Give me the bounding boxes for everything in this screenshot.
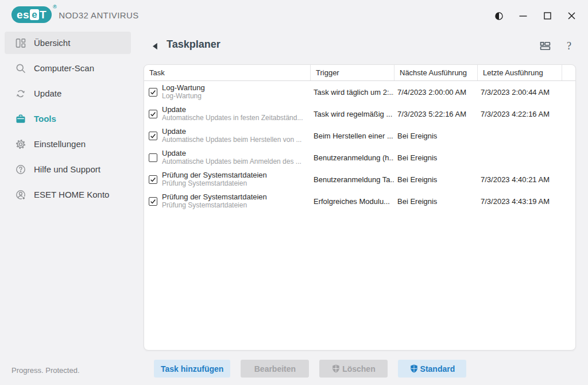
help-icon[interactable]: ? (563, 40, 575, 52)
task-description: Automatische Updates beim Herstellen von… (162, 136, 301, 144)
task-table-card: Task Trigger Nächste Ausführung Letzte A… (144, 64, 576, 351)
task-last-run: 7/3/2023 2:00:44 AM (477, 88, 562, 97)
check-icon (150, 176, 156, 183)
task-cell: Update Automatische Updates beim Herstel… (144, 127, 310, 145)
check-icon (150, 111, 156, 117)
task-trigger: Benutzeranmeldung (h... (310, 153, 394, 162)
task-cell: Prüfung der Systemstartdateien Prüfung S… (144, 192, 310, 210)
task-description: Automatische Updates in festen Zeitabstä… (162, 114, 303, 122)
column-header-trigger[interactable]: Trigger (310, 65, 394, 80)
task-checkbox[interactable] (149, 197, 157, 206)
task-last-run: 7/3/2023 4:40:21 AM (477, 175, 562, 184)
task-title: Prüfung der Systemstartdateien (162, 171, 267, 180)
sidebar-item-tools[interactable]: Tools (5, 107, 131, 130)
task-title: Log-Wartung (162, 83, 205, 93)
update-icon (15, 88, 26, 99)
loschen-button[interactable]: Löschen (319, 360, 388, 378)
task-trigger: Task wird regelmäßig ... (310, 110, 394, 118)
table-row[interactable]: Log-Wartung Log-Wartung Task wird täglic… (144, 81, 575, 103)
task-trigger: Beim Herstellen einer ... (310, 132, 394, 140)
check-icon (150, 133, 156, 139)
task-checkbox[interactable] (149, 88, 157, 97)
account-icon (15, 189, 26, 201)
table-body: Log-Wartung Log-Wartung Task wird täglic… (144, 81, 575, 212)
eset-logo: eseT ® NOD32 ANTIVIRUS (11, 6, 139, 23)
footer-tagline: Progress. Protected. (11, 366, 80, 375)
button-label: Bearbeiten (254, 364, 296, 374)
uac-shield-icon (410, 364, 418, 373)
sidebar-item-update[interactable]: Update (5, 82, 131, 105)
sidebar-item-label: Übersicht (34, 38, 70, 48)
table-row[interactable]: Prüfung der Systemstartdateien Prüfung S… (144, 168, 575, 190)
task-next-run: Bei Ereignis (394, 197, 477, 206)
task-cell: Update Automatische Updates beim Anmelde… (144, 149, 310, 167)
task-title: Update (162, 149, 301, 158)
task-checkbox[interactable] (149, 153, 157, 162)
sidebar-item-eset-home-konto[interactable]: ESET HOME Konto (5, 183, 131, 206)
product-name: NOD32 ANTIVIRUS (59, 9, 138, 20)
standard-button[interactable]: Standard (398, 360, 466, 378)
button-label: Task hinzufügen (161, 364, 223, 374)
eset-logo-pill: eseT ® (11, 6, 52, 23)
task-checkbox[interactable] (149, 175, 157, 184)
check-icon (150, 89, 156, 95)
task-description: Log-Wartung (162, 92, 205, 101)
titlebar: eseT ® NOD32 ANTIVIRUS (0, 0, 588, 32)
sidebar-item-label: ESET HOME Konto (34, 190, 109, 199)
page-title: Taskplaner (167, 38, 220, 51)
window-controls (487, 0, 583, 32)
task-checkbox[interactable] (149, 132, 157, 140)
minimize-button[interactable] (511, 6, 535, 26)
logo-text-2: T (40, 9, 47, 21)
theme-toggle-button[interactable] (487, 6, 511, 26)
table-row[interactable]: Update Automatische Updates in festen Ze… (144, 103, 575, 125)
table-row[interactable]: Update Automatische Updates beim Herstel… (144, 125, 575, 147)
help-icon (15, 164, 26, 175)
task-description: Automatische Updates beim Anmelden des .… (162, 157, 301, 166)
overview-icon (15, 37, 26, 49)
task-next-run: Bei Ereignis (394, 175, 477, 184)
sidebar-item-computer-scan[interactable]: Computer-Scan (5, 57, 131, 79)
column-header-next-run[interactable]: Nächste Ausführung (394, 65, 477, 80)
task-next-run: 7/4/2023 2:00:00 AM (394, 88, 477, 97)
sidebar-item-label: Tools (34, 114, 56, 124)
task-title: Update (162, 127, 301, 136)
sidebar-item-label: Einstellungen (34, 139, 86, 149)
column-header-task[interactable]: Task (144, 65, 310, 80)
task-description: Prüfung Systemstartdateien (162, 179, 267, 188)
sidebar-item-ubersicht[interactable]: Übersicht (5, 32, 131, 54)
close-button[interactable] (559, 6, 583, 26)
task-next-run: Bei Ereignis (394, 132, 477, 140)
sidebar-item-einstellungen[interactable]: Einstellungen (5, 133, 131, 155)
task-cell: Log-Wartung Log-Wartung (144, 83, 310, 101)
button-label: Standard (420, 364, 455, 374)
task-hinzufugen-button[interactable]: Task hinzufügen (154, 360, 230, 378)
sidebar-item-label: Computer-Scan (34, 63, 94, 73)
sidebar-item-label: Hilfe und Support (34, 164, 100, 174)
task-next-run: 7/3/2023 5:22:16 AM (394, 110, 477, 118)
task-description: Prüfung Systemstartdateien (162, 201, 267, 210)
minimize-icon (519, 12, 527, 20)
task-trigger: Benutzeranmeldung Ta... (310, 175, 394, 184)
details-view-icon[interactable] (539, 40, 551, 52)
sidebar-item-hilfe-und-support[interactable]: Hilfe und Support (5, 158, 131, 180)
maximize-button[interactable] (535, 6, 559, 26)
task-last-run: 7/3/2023 4:22:16 AM (477, 110, 562, 118)
close-icon (568, 12, 575, 20)
sidebar: Übersicht Computer-Scan Update Tools Ein… (0, 32, 142, 209)
uac-shield-icon (332, 364, 340, 373)
table-row[interactable]: Update Automatische Updates beim Anmelde… (144, 147, 575, 168)
logo-text-1: es (17, 9, 29, 21)
back-arrow-icon (152, 43, 158, 50)
column-header-last-run[interactable]: Letzte Ausführung (477, 65, 562, 80)
tools-icon (15, 113, 26, 125)
check-icon (150, 198, 156, 205)
bearbeiten-button[interactable]: Bearbeiten (241, 360, 309, 378)
task-trigger: Erfolgreiches Modulu... (310, 197, 394, 206)
task-title: Prüfung der Systemstartdateien (162, 192, 267, 202)
back-button[interactable] (152, 41, 160, 51)
table-header-row: Task Trigger Nächste Ausführung Letzte A… (144, 65, 575, 81)
table-row[interactable]: Prüfung der Systemstartdateien Prüfung S… (144, 190, 575, 212)
task-cell: Prüfung der Systemstartdateien Prüfung S… (144, 171, 310, 188)
task-checkbox[interactable] (149, 110, 157, 118)
